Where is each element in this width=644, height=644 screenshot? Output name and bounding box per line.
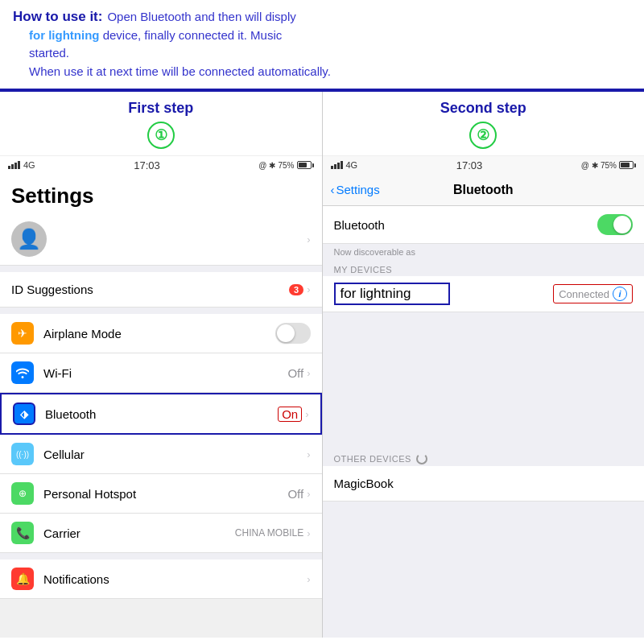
notifications-chevron: › <box>307 573 310 585</box>
back-chevron: ‹ <box>331 183 335 196</box>
info-button[interactable]: i <box>613 287 627 301</box>
airplane-toggle[interactable] <box>275 323 311 344</box>
cellular-label: Cellular <box>43 448 307 461</box>
hotspot-chevron: › <box>307 488 310 500</box>
back-button[interactable]: ‹ Settings <box>331 183 380 196</box>
separator-3 <box>0 553 322 559</box>
for-lightning-inline: for lightning <box>29 28 99 42</box>
battery-pct: 75% <box>278 161 294 170</box>
connected-badge: Connected i <box>553 284 633 303</box>
bluetooth-toggle-row[interactable]: Bluetooth <box>323 206 645 244</box>
separator-2 <box>0 308 322 314</box>
id-badge: 3 <box>289 284 303 295</box>
step-circle-2: ② <box>469 122 497 149</box>
bt-icon-2: ✱ <box>592 161 598 170</box>
status-time-2: 17:03 <box>456 159 483 171</box>
header-desc-line1: Open Bluetooth and then will disply <box>107 8 295 27</box>
hotspot-label: Personal Hotspot <box>43 487 287 501</box>
carrier-value: CHINA MOBILE <box>235 527 303 539</box>
header-section: How to use it: Open Bluetooth and then w… <box>0 0 644 90</box>
wifi-chevron: › <box>307 367 310 379</box>
columns-container: First step ① 4G 17:03 @ ✱ <box>0 90 644 638</box>
hotspot-value: Off <box>287 487 303 501</box>
cellular-icon: ((·)) <box>11 443 34 465</box>
other-devices-label: OTHER DEVICES <box>334 454 411 464</box>
bluetooth-toggle[interactable] <box>597 214 633 235</box>
header-desc-line2: for lightning device, finally connected … <box>13 27 631 45</box>
signal-bars-2 <box>331 161 343 169</box>
second-step-column: Second step ② 4G 17:03 @ <box>323 92 645 638</box>
second-status-bar: 4G 17:03 @ ✱ 75% <box>323 156 645 174</box>
connected-text: Connected <box>559 288 609 300</box>
empty-area <box>323 312 645 448</box>
hotspot-row[interactable]: ⊕ Personal Hotspot Off › <box>0 474 322 514</box>
carrier-chevron: › <box>307 527 310 539</box>
bluetooth-chevron: › <box>305 408 308 420</box>
first-step-column: First step ① 4G 17:03 @ ✱ <box>0 92 323 638</box>
avatar: 👤 <box>11 221 47 257</box>
network-type: 4G <box>23 160 35 170</box>
profile-chevron: › <box>307 233 310 246</box>
bluetooth-toggle-label: Bluetooth <box>334 218 598 232</box>
second-step-title: Second step <box>323 100 645 117</box>
for-lightning-row[interactable]: for lightning Connected i <box>323 276 645 312</box>
status-time: 17:03 <box>134 159 160 171</box>
bluetooth-screen-title: Bluetooth <box>453 183 514 197</box>
notifications-icon: 🔔 <box>11 568 34 590</box>
wifi-value: Off <box>287 366 303 380</box>
hotspot-icon: ⊕ <box>11 482 34 505</box>
id-suggestions-row[interactable]: ID Suggestions 3 › <box>0 272 322 308</box>
magicbook-label: MagicBook <box>334 477 394 490</box>
carrier-label: Carrier <box>43 526 235 540</box>
wifi-label: Wi-Fi <box>43 366 287 380</box>
discoverable-label: Now discoverable as <box>323 244 645 260</box>
other-devices-row: OTHER DEVICES <box>323 448 645 466</box>
magicbook-row[interactable]: MagicBook <box>323 466 645 502</box>
signal-bars <box>8 161 20 169</box>
cellular-row[interactable]: ((·)) Cellular › <box>0 435 322 474</box>
airplane-label: Airplane Mode <box>43 327 275 341</box>
info-symbol: i <box>618 289 621 299</box>
notifications-row[interactable]: 🔔 Notifications › <box>0 559 322 599</box>
bottom-area <box>323 502 645 638</box>
carrier-icon: 📞 <box>11 522 34 544</box>
for-lightning-device: for lightning <box>334 283 450 305</box>
second-phone: 4G 17:03 @ ✱ 75% ‹ <box>323 156 645 638</box>
first-phone: 4G 17:03 @ ✱ 75% Settings <box>0 156 322 638</box>
second-step-header: Second step ② <box>323 92 645 156</box>
bluetooth-navbar: ‹ Settings Bluetooth <box>323 174 645 206</box>
how-to-label: How to use it: <box>13 9 102 25</box>
airplane-mode-row[interactable]: ✈ Airplane Mode <box>0 314 322 353</box>
bluetooth-icon: ⬗ <box>13 402 35 425</box>
separator-1 <box>0 266 322 272</box>
back-label: Settings <box>336 183 380 196</box>
airplane-icon: ✈ <box>11 322 34 345</box>
header-desc-line4: When use it at next time will be connect… <box>13 63 631 81</box>
id-chevron: › <box>307 283 310 295</box>
loading-spinner <box>416 453 427 464</box>
my-devices-label: MY DEVICES <box>323 260 645 276</box>
first-status-bar: 4G 17:03 @ ✱ 75% <box>0 156 322 174</box>
wifi-icon-2: @ <box>581 161 589 170</box>
carrier-row[interactable]: 📞 Carrier CHINA MOBILE › <box>0 514 322 553</box>
header-desc-line2-post: device, finally connected it. Music <box>103 28 283 42</box>
battery-icon <box>297 161 314 169</box>
first-step-header: First step ① <box>0 92 322 156</box>
bt-status-icon: ✱ <box>269 161 275 170</box>
notifications-label: Notifications <box>43 572 307 586</box>
id-suggestions-label: ID Suggestions <box>11 283 289 296</box>
first-step-title: First step <box>0 100 322 117</box>
bluetooth-row[interactable]: ⬗ Bluetooth On › <box>0 393 322 435</box>
bluetooth-value: On <box>278 407 302 422</box>
battery-pct-2: 75% <box>601 161 617 170</box>
step-circle-1: ① <box>147 122 175 149</box>
bluetooth-label: Bluetooth <box>45 407 278 421</box>
settings-title: Settings <box>0 174 322 213</box>
wifi-status-icon: @ <box>258 161 266 170</box>
header-desc-line3: started. <box>13 44 631 63</box>
battery-icon-2 <box>619 161 636 169</box>
profile-row[interactable]: 👤 › <box>0 213 322 266</box>
wifi-row[interactable]: Wi-Fi Off › <box>0 353 322 393</box>
network-type-2: 4G <box>346 160 358 170</box>
wifi-icon <box>11 361 34 384</box>
